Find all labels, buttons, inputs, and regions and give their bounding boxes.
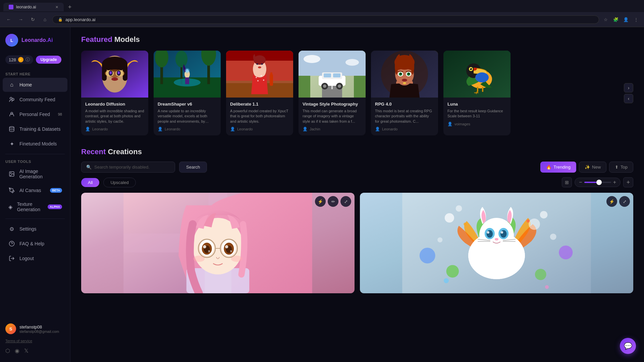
- model-thumbnail-1: [81, 51, 148, 98]
- model-author-2: 👤 Leonardo: [158, 127, 217, 131]
- svg-point-51: [261, 63, 263, 65]
- profile-icon[interactable]: 👤: [622, 15, 630, 23]
- tab-title: leonardo.ai: [16, 5, 36, 9]
- user-row[interactable]: S stefanstp08 stefanstp08@gmail.com: [0, 319, 70, 338]
- slider-thumb[interactable]: [596, 180, 602, 185]
- layout-controls: ⊞ − + +: [562, 177, 633, 187]
- new-icon: ✨: [585, 165, 590, 170]
- card-actions-2: ⚡ ⤢: [606, 196, 630, 207]
- star-icon[interactable]: ☆: [602, 15, 610, 23]
- svg-point-52: [258, 66, 261, 68]
- new-tab-button[interactable]: +: [65, 2, 74, 12]
- svg-point-32: [175, 51, 187, 67]
- top-icon: ⬆: [615, 165, 619, 170]
- menu-icon[interactable]: ⋮: [632, 15, 640, 23]
- model-card-leonardo-diffusion[interactable]: Leonardo Diffusion A model with incredib…: [81, 51, 148, 135]
- svg-point-140: [464, 223, 467, 226]
- extensions-icon[interactable]: 🧩: [612, 15, 620, 23]
- info-icon[interactable]: ⓘ: [25, 57, 30, 63]
- slider-plus-icon[interactable]: +: [613, 179, 616, 185]
- model-name-2: DreamShaper v6: [158, 102, 217, 107]
- card-expand-btn-1[interactable]: ⤢: [340, 196, 351, 207]
- svg-point-37: [184, 68, 190, 73]
- slider-minus-icon[interactable]: −: [579, 179, 582, 185]
- creation-card-2[interactable]: ⚡ ⤢: [360, 193, 633, 293]
- discord-icon[interactable]: ⬡: [5, 348, 10, 354]
- svg-rect-93: [482, 87, 483, 92]
- model-card-vintage[interactable]: Vintage Style Photography This model can…: [299, 51, 366, 135]
- reddit-icon[interactable]: ◉: [15, 348, 19, 354]
- home-nav-label: Home: [19, 82, 32, 87]
- forward-button[interactable]: →: [16, 15, 25, 24]
- card-favorite-btn-1[interactable]: ⚡: [315, 196, 326, 207]
- refresh-button[interactable]: ↻: [28, 15, 38, 24]
- home-nav-icon: ⌂: [8, 81, 15, 88]
- logo-avatar: L: [5, 34, 18, 47]
- app-layout: L Leonardo.Ai 128 ⚡ ⓘ Upgrade Start Here…: [0, 27, 644, 362]
- ai-canvas-badge: BETA: [50, 188, 62, 193]
- faq-icon: [8, 240, 15, 247]
- card-actions-1: ⚡ ✏ ⤢: [315, 196, 351, 207]
- card-edit-btn-1[interactable]: ✏: [328, 196, 338, 207]
- logout-icon: [8, 255, 15, 262]
- search-box[interactable]: 🔍 Search temporarily disabled.: [81, 162, 175, 173]
- model-card-deliberate[interactable]: Deliberate 1.1 A powerful model created …: [226, 51, 293, 135]
- search-button[interactable]: Search: [179, 162, 207, 173]
- card-expand-btn-2[interactable]: ⤢: [619, 196, 630, 207]
- upgrade-button[interactable]: Upgrade: [36, 56, 62, 64]
- layout-add-button[interactable]: +: [623, 177, 633, 187]
- sort-new-button[interactable]: ✨ New: [579, 162, 606, 173]
- svg-point-62: [304, 55, 320, 63]
- creation-card-1[interactable]: ⚡ ✏ ⤢: [81, 193, 355, 293]
- search-icon: 🔍: [86, 165, 92, 170]
- sidebar-item-personal-feed[interactable]: Personal Feed 98: [3, 107, 67, 121]
- filter-all-button[interactable]: All: [81, 178, 99, 187]
- card-favorite-btn-2[interactable]: ⚡: [606, 196, 617, 207]
- tab-close-button[interactable]: ✕: [55, 5, 58, 9]
- sidebar-item-training[interactable]: Training & Datasets: [3, 122, 67, 136]
- sort-top-button[interactable]: ⬆ Top: [609, 162, 633, 173]
- twitter-icon[interactable]: 𝕏: [24, 348, 29, 354]
- scroll-right-arrow[interactable]: ›: [624, 83, 633, 93]
- start-here-label: Start Here: [0, 69, 70, 77]
- sidebar: L Leonardo.Ai 128 ⚡ ⓘ Upgrade Start Here…: [0, 27, 70, 362]
- sidebar-item-ai-image[interactable]: AI Image Generation: [3, 165, 67, 183]
- sidebar-item-faq[interactable]: FAQ & Help: [3, 237, 67, 251]
- browser-nav-bar: ← → ↻ ⌂ 🔒 app.leonardo.ai ☆ 🧩 👤 ⋮: [0, 12, 644, 27]
- sidebar-item-finetuned[interactable]: ✦ Finetuned Models: [3, 137, 67, 151]
- social-row: ⬡ ◉ 𝕏: [0, 346, 70, 357]
- logout-label: Logout: [19, 256, 34, 261]
- search-filter-row: 🔍 Search temporarily disabled. Search 🔥 …: [81, 162, 633, 173]
- grid-layout-button[interactable]: ⊞: [562, 177, 572, 187]
- size-slider[interactable]: − +: [575, 178, 621, 187]
- sidebar-item-settings[interactable]: ⚙ Settings: [3, 222, 67, 236]
- sidebar-item-home[interactable]: ⌂ Home: [3, 78, 67, 92]
- address-bar[interactable]: 🔒 app.leonardo.ai: [52, 15, 599, 24]
- svg-point-84: [403, 82, 406, 84]
- settings-label: Settings: [19, 226, 37, 232]
- home-button[interactable]: ⌂: [40, 15, 50, 24]
- author-icon-2: 👤: [158, 127, 163, 131]
- model-author-5: 👤 Leonardo: [375, 127, 434, 131]
- back-button[interactable]: ←: [4, 15, 13, 24]
- sidebar-item-community-feed[interactable]: Community Feed: [3, 93, 67, 107]
- chat-support-button[interactable]: 💬: [620, 338, 636, 354]
- svg-point-83: [402, 79, 407, 81]
- svg-point-3: [12, 98, 14, 100]
- training-icon: [8, 125, 15, 133]
- sidebar-item-logout[interactable]: Logout: [3, 251, 67, 265]
- filter-upscaled-button[interactable]: Upscaled: [103, 178, 136, 187]
- scroll-left-arrow[interactable]: ‹: [624, 94, 633, 103]
- terms-of-service-link[interactable]: Terms of service: [0, 338, 70, 346]
- model-card-luna[interactable]: Luna For the best result keep Guidance S…: [443, 51, 511, 135]
- sidebar-item-ai-canvas[interactable]: AI Canvas BETA: [3, 183, 67, 197]
- svg-point-63: [345, 59, 359, 66]
- model-card-rpg[interactable]: RPG 4.0 This model is best at creating R…: [371, 51, 438, 135]
- model-name-4: Vintage Style Photography: [303, 102, 362, 107]
- model-card-dreamshaper[interactable]: DreamShaper v6 A new update to an incred…: [154, 51, 221, 135]
- slider-track[interactable]: [584, 182, 611, 183]
- sidebar-item-texture-gen[interactable]: ◈ Texture Generation ALPHA: [3, 198, 67, 216]
- model-desc-3: A powerful model created by XpucT that i…: [230, 109, 289, 124]
- browser-tab[interactable]: leonardo.ai ✕: [3, 3, 64, 11]
- sort-trending-button[interactable]: 🔥 Trending: [540, 162, 576, 173]
